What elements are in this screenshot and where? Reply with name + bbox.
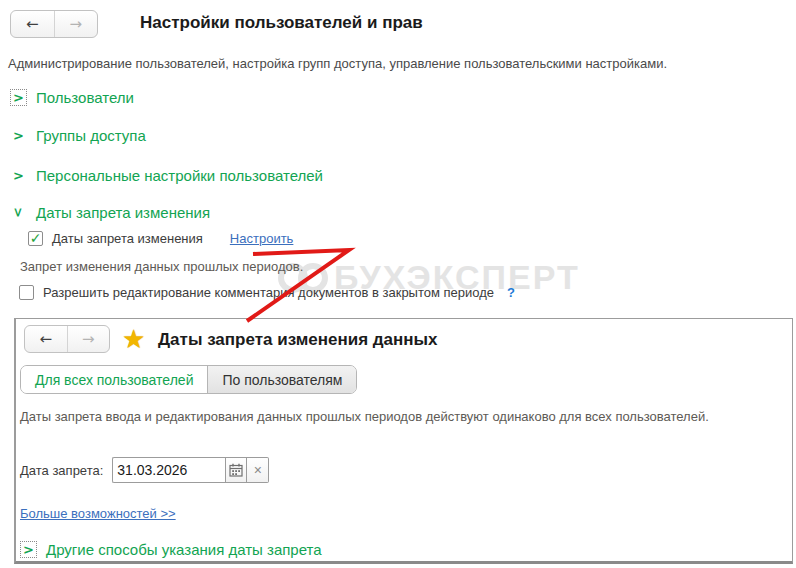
dialog-title: Даты запрета изменения данных	[158, 330, 438, 350]
tab-by-users[interactable]: По пользователям	[207, 366, 356, 393]
chevron-right-icon: >	[10, 89, 27, 106]
more-options-link[interactable]: Больше возможностей >>	[20, 506, 176, 521]
favorite-star-icon[interactable]: ★	[122, 326, 145, 352]
page-subtitle: Администрирование пользователей, настрой…	[8, 56, 667, 71]
section-label: Другие способы указания даты запрета	[46, 541, 322, 558]
prohibition-hint: Запрет изменения данных прошлых периодов…	[20, 259, 303, 274]
nav-history-group: ← →	[10, 10, 98, 38]
chevron-right-icon: >	[10, 167, 27, 184]
section-label: Группы доступа	[36, 127, 146, 144]
dialog-description: Даты запрета ввода и редактирования данн…	[20, 409, 709, 424]
help-icon[interactable]: ?	[507, 285, 515, 300]
chevron-right-icon: >	[20, 541, 37, 558]
forward-button[interactable]: →	[55, 11, 98, 37]
check-icon: ✓	[30, 231, 42, 245]
calendar-icon	[229, 463, 243, 477]
forward-button[interactable]: →	[68, 326, 110, 352]
date-input[interactable]	[112, 457, 225, 483]
section-access-groups[interactable]: > Группы доступа	[10, 127, 146, 144]
section-personal-settings[interactable]: > Персональные настройки пользователей	[10, 167, 323, 184]
prohibition-date-field: Дата запрета: ×	[20, 457, 269, 483]
page-title: Настройки пользователей и прав	[140, 13, 423, 33]
comment-edit-checkbox-row: Разрешить редактирование комментария док…	[19, 285, 515, 300]
clear-date-button[interactable]: ×	[247, 457, 269, 483]
checkbox-label: Даты запрета изменения	[52, 231, 203, 246]
configure-link[interactable]: Настроить	[230, 231, 294, 246]
prohibition-dates-checkbox-row: ✓ Даты запрета изменения Настроить	[28, 231, 293, 246]
calendar-picker-button[interactable]	[225, 457, 247, 483]
section-label: Даты запрета изменения	[36, 204, 210, 221]
tab-all-users[interactable]: Для всех пользователей	[21, 366, 207, 393]
back-arrow-icon: ←	[26, 15, 39, 33]
back-button[interactable]: ←	[11, 11, 55, 37]
chevron-right-icon: >	[10, 127, 27, 144]
section-label: Персональные настройки пользователей	[36, 167, 323, 184]
forward-arrow-icon: →	[82, 330, 95, 348]
back-button[interactable]: ←	[25, 326, 68, 352]
chevron-down-icon: >	[10, 204, 27, 221]
nav-history-group: ← →	[24, 325, 110, 353]
section-label: Пользователи	[36, 89, 134, 106]
prohibition-dates-checkbox[interactable]: ✓	[28, 231, 43, 246]
date-field-label: Дата запрета:	[20, 463, 103, 478]
section-users[interactable]: > Пользователи	[10, 89, 134, 106]
forward-arrow-icon: →	[69, 15, 82, 33]
settings-screen: БУХЭКСПЕРТ ← → Настройки пользователей и…	[0, 0, 796, 568]
back-arrow-icon: ←	[39, 330, 52, 348]
checkbox-label: Разрешить редактирование комментария док…	[43, 285, 494, 300]
comment-edit-checkbox[interactable]	[19, 285, 34, 300]
user-scope-tabs: Для всех пользователей По пользователям	[20, 365, 357, 394]
section-other-ways[interactable]: > Другие способы указания даты запрета	[20, 541, 322, 558]
clear-icon: ×	[254, 463, 262, 477]
prohibition-dates-dialog: ← → ★ Даты запрета изменения данных Для …	[14, 318, 793, 564]
section-prohibition-dates[interactable]: > Даты запрета изменения	[10, 204, 210, 221]
